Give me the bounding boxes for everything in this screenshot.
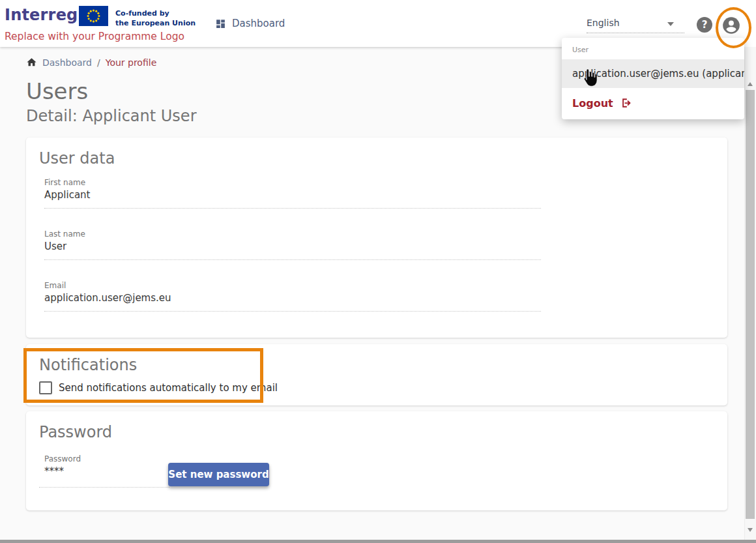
cofunded-line2: the European Union — [115, 18, 196, 28]
language-select[interactable]: English — [587, 18, 684, 33]
breadcrumb-current-page: Your profile — [106, 57, 157, 68]
page-subtitle: Detail: Applicant User — [26, 107, 197, 125]
annotation-circle-avatar — [716, 7, 751, 48]
scroll-up-icon[interactable] — [748, 80, 753, 86]
eu-flag-icon — [79, 6, 108, 26]
email-field[interactable]: Email application.user@jems.eu — [44, 281, 541, 312]
window-bottom-edge — [0, 540, 756, 543]
interreg-logo: Interreg — [5, 6, 78, 24]
logout-icon — [620, 96, 633, 110]
logout-button[interactable]: Logout — [562, 88, 744, 111]
password-masked-value: **** — [44, 463, 169, 484]
home-icon[interactable] — [26, 57, 37, 68]
vertical-scrollbar — [744, 47, 756, 543]
last-name-field[interactable]: Last name User — [44, 229, 541, 260]
scrollbar-thumb[interactable] — [746, 90, 755, 519]
user-data-card: User data First name Applicant Last name… — [26, 138, 727, 338]
nav-dashboard[interactable]: Dashboard — [215, 0, 285, 47]
field-underline — [44, 208, 541, 209]
first-name-field[interactable]: First name Applicant — [44, 178, 541, 209]
dashboard-icon — [215, 18, 226, 29]
help-button[interactable]: ? — [697, 17, 712, 33]
field-underline — [44, 311, 541, 312]
breadcrumb-dashboard-link[interactable]: Dashboard — [42, 57, 92, 68]
first-name-label: First name — [44, 178, 541, 187]
cofunded-caption: Co-funded by the European Union — [115, 8, 196, 29]
logout-label: Logout — [572, 97, 613, 110]
nav-dashboard-label: Dashboard — [232, 18, 285, 29]
app-root: Interreg Co-funded by the European Union… — [0, 0, 756, 543]
last-name-value: User — [44, 239, 541, 259]
field-underline — [44, 259, 541, 260]
breadcrumb-separator: / — [97, 57, 100, 68]
question-mark-icon: ? — [702, 19, 708, 31]
set-new-password-button[interactable]: Set new password — [168, 463, 269, 486]
scroll-down-icon[interactable] — [748, 528, 753, 535]
chevron-down-icon — [667, 22, 674, 29]
user-menu-section-label: User — [562, 38, 744, 59]
email-label: Email — [44, 281, 541, 290]
annotation-box-notifications — [23, 348, 263, 403]
password-label: Password — [44, 454, 169, 463]
first-name-value: Applicant — [44, 187, 541, 208]
last-name-label: Last name — [44, 229, 541, 239]
password-field: Password **** — [44, 454, 169, 484]
password-card: Password Password **** Set new password — [26, 411, 727, 510]
programme-logo-placeholder: Replace with your Programme Logo — [5, 31, 184, 42]
breadcrumb: Dashboard / Your profile — [26, 57, 156, 68]
page-title: Users — [26, 78, 88, 104]
field-underline — [39, 487, 169, 488]
email-value: application.user@jems.eu — [44, 290, 541, 311]
cofunded-line1: Co-funded by — [115, 8, 196, 18]
language-selected-value: English — [587, 18, 620, 28]
user-data-card-title: User data — [39, 149, 115, 168]
password-card-title: Password — [39, 423, 112, 441]
mouse-cursor-icon — [582, 67, 600, 88]
